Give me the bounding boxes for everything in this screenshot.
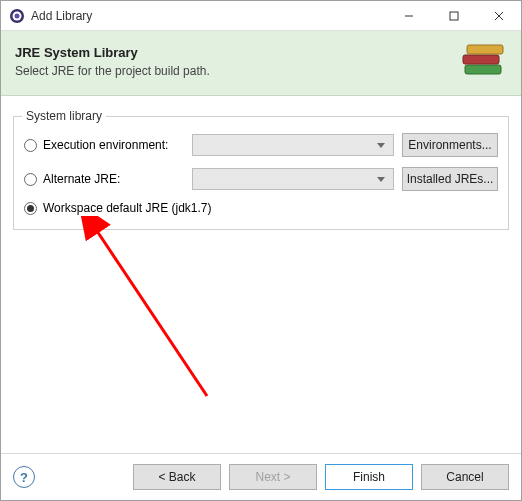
alternate-jre-row: Alternate JRE: Installed JREs... [24, 167, 498, 191]
execution-environment-row: Execution environment: Environments... [24, 133, 498, 157]
workspace-default-row: Workspace default JRE (jdk1.7) [24, 201, 498, 215]
radio-icon [24, 139, 37, 152]
execution-environment-radio[interactable]: Execution environment: [24, 138, 184, 152]
svg-point-2 [15, 13, 20, 18]
environments-button[interactable]: Environments... [402, 133, 498, 157]
close-button[interactable] [476, 1, 521, 31]
header-title: JRE System Library [15, 45, 447, 60]
cancel-button[interactable]: Cancel [421, 464, 509, 490]
alternate-jre-radio[interactable]: Alternate JRE: [24, 172, 184, 186]
header-description: Select JRE for the project build path. [15, 64, 447, 78]
next-button: Next > [229, 464, 317, 490]
workspace-default-label: Workspace default JRE (jdk1.7) [43, 201, 212, 215]
group-label: System library [22, 109, 106, 123]
execution-environment-dropdown[interactable] [192, 134, 394, 156]
svg-rect-4 [450, 12, 458, 20]
maximize-button[interactable] [431, 1, 476, 31]
alternate-jre-label: Alternate JRE: [43, 172, 120, 186]
window-controls [386, 1, 521, 30]
dialog-content: System library Execution environment: En… [1, 96, 521, 244]
svg-rect-7 [465, 65, 501, 74]
svg-rect-9 [467, 45, 503, 54]
window-title: Add Library [31, 9, 386, 23]
library-icon [457, 41, 507, 81]
minimize-button[interactable] [386, 1, 431, 31]
dialog-header: JRE System Library Select JRE for the pr… [1, 31, 521, 96]
alternate-jre-dropdown[interactable] [192, 168, 394, 190]
workspace-default-radio[interactable]: Workspace default JRE (jdk1.7) [24, 201, 212, 215]
system-library-group: System library Execution environment: En… [13, 116, 509, 230]
annotation-arrow [77, 216, 237, 416]
help-icon[interactable]: ? [13, 466, 35, 488]
execution-environment-label: Execution environment: [43, 138, 168, 152]
svg-rect-8 [463, 55, 499, 64]
titlebar: Add Library [1, 1, 521, 31]
finish-button[interactable]: Finish [325, 464, 413, 490]
installed-jres-button[interactable]: Installed JREs... [402, 167, 498, 191]
radio-icon-selected [24, 202, 37, 215]
dialog-footer: ? < Back Next > Finish Cancel [1, 453, 521, 500]
svg-line-11 [95, 228, 207, 396]
back-button[interactable]: < Back [133, 464, 221, 490]
app-icon [9, 8, 25, 24]
radio-icon [24, 173, 37, 186]
